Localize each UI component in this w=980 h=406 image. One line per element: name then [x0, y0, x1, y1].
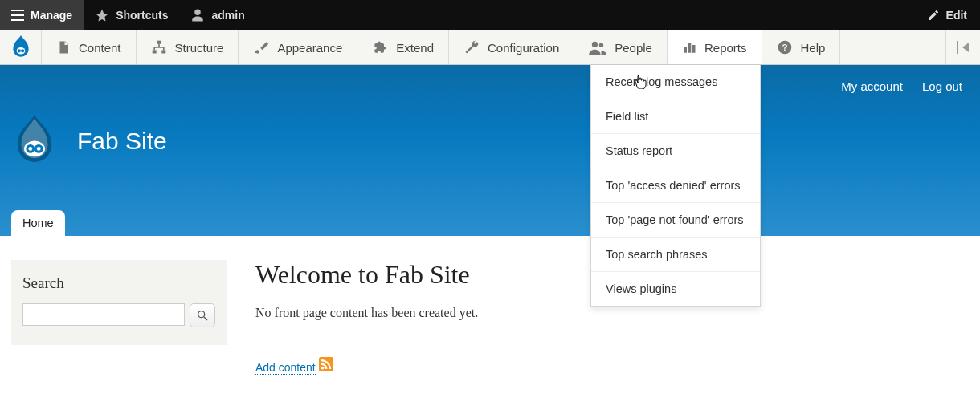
hierarchy-icon — [151, 40, 167, 55]
admin-menu: Content Structure Appearance Extend Conf… — [0, 30, 980, 65]
star-icon — [95, 8, 109, 22]
logout-link[interactable]: Log out — [922, 79, 962, 93]
paintbrush-icon — [253, 39, 269, 55]
toolbar-orientation-toggle[interactable] — [946, 30, 980, 64]
svg-point-2 — [21, 49, 24, 52]
admin-tab-label: Extend — [396, 41, 434, 55]
manage-toggle[interactable]: Manage — [0, 0, 84, 30]
site-header: My account Log out Fab Site Home — [0, 65, 980, 236]
dropdown-item-page-not-found[interactable]: Top 'page not found' errors — [591, 203, 760, 238]
search-icon — [196, 309, 209, 322]
admin-tab-appearance[interactable]: Appearance — [239, 30, 357, 64]
edit-button[interactable]: Edit — [914, 0, 980, 30]
help-icon: ? — [777, 39, 793, 55]
empty-message: No front page content has been created y… — [255, 306, 969, 320]
wrench-icon — [463, 39, 480, 55]
site-name[interactable]: Fab Site — [77, 128, 167, 155]
admin-tab-content[interactable]: Content — [42, 30, 137, 64]
bar-chart-icon — [682, 40, 696, 55]
admin-tab-label: Reports — [704, 41, 747, 55]
drupal-home-link[interactable] — [0, 30, 42, 64]
admin-menu-spacer — [840, 30, 946, 64]
admin-tab-label: Help — [801, 41, 826, 55]
search-title: Search — [22, 274, 215, 292]
admin-tab-reports[interactable]: Reports — [668, 30, 762, 64]
search-block: Search — [11, 260, 227, 345]
puzzle-icon — [372, 39, 388, 55]
site-logo-icon[interactable] — [11, 115, 58, 168]
dropdown-item-search-phrases[interactable]: Top search phrases — [591, 238, 760, 272]
svg-rect-19 — [319, 357, 333, 371]
svg-point-18 — [198, 311, 205, 318]
edit-label: Edit — [946, 9, 967, 22]
collapse-icon — [956, 41, 970, 54]
dropdown-item-views-plugins[interactable]: Views plugins — [591, 272, 760, 306]
svg-rect-8 — [684, 47, 687, 53]
admin-tab-label: Appearance — [277, 41, 342, 55]
svg-point-20 — [321, 367, 324, 370]
file-icon — [56, 39, 71, 55]
admin-tab-extend[interactable]: Extend — [357, 30, 449, 64]
svg-rect-9 — [688, 43, 691, 53]
rss-feed-link[interactable] — [319, 357, 333, 371]
admin-tab-people[interactable]: People — [574, 30, 668, 64]
dropdown-item-access-denied[interactable]: Top 'access denied' errors — [591, 168, 760, 203]
admin-toolbar: Manage Shortcuts admin Edit — [0, 0, 980, 30]
admin-tab-help[interactable]: ? Help — [762, 30, 841, 64]
my-account-link[interactable]: My account — [841, 79, 903, 93]
toolbar-spacer — [256, 0, 914, 30]
svg-rect-4 — [152, 50, 156, 53]
dropdown-item-recent-log[interactable]: Recent log messages — [591, 65, 760, 99]
main-nav-tabs: Home — [11, 210, 65, 236]
rss-icon — [319, 357, 333, 371]
reports-dropdown: Recent log messages Field list Status re… — [590, 65, 761, 307]
user-links: My account Log out — [841, 79, 962, 93]
svg-rect-3 — [157, 41, 161, 44]
admin-tab-label: Configuration — [488, 41, 559, 55]
drupal-icon — [10, 35, 31, 59]
search-submit-button[interactable] — [190, 303, 215, 327]
add-content-link[interactable]: Add content — [255, 361, 316, 375]
admin-tab-label: People — [615, 41, 652, 55]
svg-point-1 — [17, 49, 20, 52]
site-brand: Fab Site — [11, 115, 167, 168]
search-input[interactable] — [22, 303, 185, 326]
svg-rect-10 — [692, 45, 696, 53]
manage-label: Manage — [31, 9, 72, 22]
content-region: Search Welcome to Fab Site No front page… — [0, 236, 980, 406]
svg-point-6 — [592, 42, 598, 47]
tab-home[interactable]: Home — [11, 210, 65, 236]
admin-tab-configuration[interactable]: Configuration — [449, 30, 574, 64]
hamburger-icon — [11, 10, 24, 21]
svg-text:?: ? — [782, 42, 787, 52]
user-menu[interactable]: admin — [179, 0, 255, 30]
svg-point-7 — [599, 43, 603, 47]
svg-rect-5 — [161, 50, 165, 53]
person-icon — [190, 8, 205, 22]
people-icon — [589, 40, 606, 55]
shortcuts-button[interactable]: Shortcuts — [84, 0, 179, 30]
admin-tab-label: Structure — [175, 41, 224, 55]
pencil-icon — [927, 9, 940, 22]
user-label: admin — [211, 9, 244, 22]
shortcuts-label: Shortcuts — [116, 9, 168, 22]
admin-tab-structure[interactable]: Structure — [137, 30, 239, 64]
svg-point-17 — [37, 147, 41, 151]
svg-point-16 — [28, 147, 32, 151]
dropdown-item-status-report[interactable]: Status report — [591, 134, 760, 168]
admin-tab-label: Content — [79, 41, 121, 55]
dropdown-item-field-list[interactable]: Field list — [591, 99, 760, 134]
